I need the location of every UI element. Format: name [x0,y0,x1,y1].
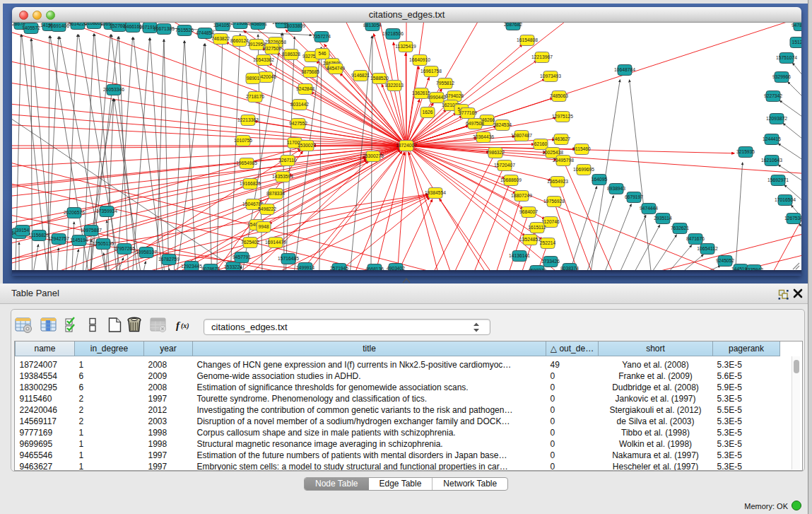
svg-text:19654985: 19654985 [236,160,257,165]
svg-text:8031442: 8031442 [290,102,309,107]
svg-text:4744854: 4744854 [196,30,214,35]
svg-text:20691406: 20691406 [48,23,69,28]
svg-text:1244415: 1244415 [763,136,781,141]
svg-text:7986322: 7986322 [486,150,505,155]
svg-text:16914479: 16914479 [265,240,286,245]
svg-text:9427552: 9427552 [289,121,307,126]
svg-text:1463627: 1463627 [552,136,570,141]
svg-text:9245052: 9245052 [716,258,734,263]
svg-text:15720407: 15720407 [494,163,515,168]
svg-text:1010755: 1010755 [234,138,252,143]
svg-text:19166825: 19166825 [240,181,261,186]
svg-text:10648784: 10648784 [614,67,635,72]
svg-text:12213363: 12213363 [237,117,259,122]
svg-text:7625402: 7625402 [241,240,259,245]
svg-text:(x): (x) [181,322,189,330]
svg-text:11325419: 11325419 [395,44,416,49]
svg-text:7632621: 7632621 [671,226,689,230]
svg-text:13654923: 13654923 [547,179,568,184]
svg-text:10671385: 10671385 [153,26,175,31]
svg-text:15692971: 15692971 [767,177,789,182]
svg-text:23495798: 23495798 [553,158,574,163]
svg-text:10688609: 10688609 [500,177,522,182]
svg-text:8186328: 8186328 [282,52,300,57]
svg-text:17016504: 17016504 [775,197,796,202]
svg-text:3341057: 3341057 [213,23,232,28]
svg-text:3824534: 3824534 [493,122,512,127]
svg-text:1145194: 1145194 [70,238,88,243]
svg-text:9227342: 9227342 [764,93,782,98]
svg-text:18807249: 18807249 [511,193,532,198]
svg-text:12942757: 12942757 [48,236,69,241]
svg-text:1530027: 1530027 [298,143,316,148]
svg-text:10699695: 10699695 [573,167,594,172]
svg-text:11156829: 11156829 [29,233,49,238]
svg-text:10543362: 10543362 [253,57,274,62]
svg-text:9242848: 9242848 [296,86,314,91]
svg-text:2935114: 2935114 [654,216,672,221]
svg-text:25300275: 25300275 [363,153,384,158]
svg-text:98901: 98901 [247,76,260,81]
svg-text:19218506: 19218506 [382,31,404,36]
svg-text:62160: 62160 [534,141,548,146]
svg-text:9684007: 9684007 [519,209,538,214]
svg-text:16640910: 16640910 [409,57,430,62]
svg-text:7463822: 7463822 [211,36,230,41]
svg-text:9478454: 9478454 [792,23,801,28]
svg-text:12213967: 12213967 [531,54,553,59]
svg-text:f: f [176,320,181,331]
svg-text:16033809: 16033809 [284,23,305,28]
svg-text:9474444: 9474444 [640,206,658,211]
svg-text:9327509: 9327509 [263,46,281,51]
svg-text:6497508: 6497508 [466,121,484,126]
svg-text:7485063: 7485063 [550,93,568,98]
svg-text:3215935: 3215935 [736,149,755,154]
svg-text:16154808: 16154808 [517,37,538,42]
svg-text:8660124: 8660124 [230,38,249,43]
svg-text:13524851: 13524851 [519,237,541,242]
svg-text:1267534: 1267534 [784,216,801,221]
svg-text:1733426: 1733426 [541,259,560,264]
svg-text:12923445: 12923445 [181,264,202,269]
svg-text:8813054: 8813054 [363,23,382,28]
svg-text:12505135: 12505135 [93,241,114,246]
svg-text:1626: 1626 [423,110,433,115]
svg-text:10958107: 10958107 [136,250,157,255]
svg-text:9457791: 9457791 [233,255,251,259]
svg-text:16782759: 16782759 [158,257,180,262]
svg-text:10807487: 10807487 [511,133,532,138]
svg-text:9329966: 9329966 [772,74,791,79]
svg-text:19384554: 19384554 [425,190,446,195]
svg-text:8471676: 8471676 [686,236,705,241]
svg-text:1405572: 1405572 [22,25,40,30]
svg-text:8322013: 8322013 [385,83,404,88]
svg-text:7955812: 7955812 [436,81,454,86]
svg-text:16210643: 16210643 [761,158,782,163]
svg-text:39154: 39154 [16,228,30,233]
svg-text:1533224: 1533224 [224,264,242,269]
svg-text:12975125: 12975125 [552,114,573,119]
svg-text:9146821: 9146821 [351,73,370,78]
svg-text:10654112: 10654112 [697,246,718,251]
svg-text:17359934: 17359934 [96,209,117,214]
svg-text:20364436: 20364436 [473,134,494,139]
svg-text:8938943: 8938943 [607,186,625,191]
svg-text:9115460: 9115460 [572,146,591,151]
svg-text:3267110: 3267110 [278,158,297,163]
svg-text:8990443: 8990443 [428,95,446,100]
svg-text:19756928: 19756928 [543,199,565,204]
svg-text:10975887: 10975887 [81,228,102,233]
svg-text:546: 546 [318,51,326,56]
svg-text:17957265: 17957265 [114,246,135,251]
svg-text:18724007: 18724007 [396,143,417,148]
svg-text:252214: 252214 [540,240,556,245]
svg-text:3875685: 3875685 [301,69,319,74]
svg-text:1499914: 1499914 [296,265,314,270]
svg-text:1512: 1512 [792,40,801,45]
svg-text:1615112: 1615112 [528,225,546,230]
svg-text:2718176: 2718176 [246,94,264,99]
svg-text:9948: 9948 [259,224,269,229]
svg-text:7357274: 7357274 [312,34,331,39]
svg-text:14136141: 14136141 [509,253,530,258]
svg-text:10025438: 10025438 [542,150,563,155]
